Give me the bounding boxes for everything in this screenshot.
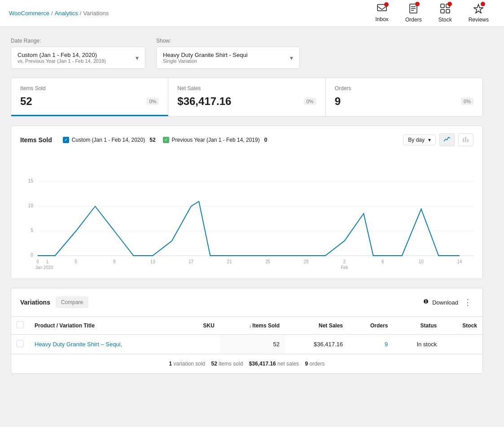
stock-badge: [447, 2, 452, 6]
by-day-select[interactable]: By day ▾: [403, 135, 436, 145]
line-chart-button[interactable]: [439, 133, 455, 146]
reviews-nav-button[interactable]: Reviews: [462, 0, 495, 26]
breadcrumb-analytics[interactable]: Analytics: [55, 10, 78, 17]
net-sales-cell: $36,417.16: [285, 335, 348, 354]
legend-current-count: 52: [149, 137, 155, 143]
orders-value: 9: [335, 95, 341, 108]
svg-text:29: 29: [304, 259, 309, 264]
svg-text:21: 21: [227, 259, 232, 264]
show-select[interactable]: Heavy Duty Granite Shirt - Sequi Single …: [156, 47, 300, 69]
svg-rect-11: [467, 139, 469, 142]
inbox-icon: [377, 4, 387, 15]
breadcrumb: WooCommerce / Analytics / Variations: [9, 10, 109, 17]
date-range-label: Date Range:: [11, 38, 145, 44]
stock-cell: [442, 335, 482, 354]
product-link[interactable]: Heavy Duty Granite Shirt – Sequi,: [35, 341, 122, 348]
inbox-nav-button[interactable]: Inbox: [368, 0, 395, 26]
breadcrumb-current: Variations: [83, 10, 109, 17]
select-all-header: [11, 317, 29, 335]
legend-current-checkbox[interactable]: ✓: [63, 137, 69, 143]
items-sold-value: 52: [20, 95, 32, 108]
stock-nav-button[interactable]: Stock: [432, 0, 459, 26]
chevron-down-icon: ▾: [136, 54, 139, 61]
orders-icon: [409, 4, 418, 16]
svg-text:25: 25: [265, 259, 270, 264]
select-all-checkbox[interactable]: [17, 321, 24, 328]
net-sales-badge: 0%: [304, 98, 316, 105]
compare-button[interactable]: Compare: [56, 296, 88, 308]
net-sales-card[interactable]: Net Sales $36,417.16 0%: [168, 78, 325, 116]
download-label: Download: [432, 299, 458, 306]
footer-items-text: items sold: [219, 361, 243, 367]
reviews-badge: [481, 2, 485, 6]
filters-section: Date Range: Custom (Jan 1 - Feb 14, 2020…: [11, 38, 483, 69]
svg-text:1: 1: [46, 259, 48, 264]
items-sold-header[interactable]: ↓Items Sold: [220, 317, 285, 335]
svg-text:14: 14: [457, 259, 462, 264]
sku-cell: [185, 335, 220, 354]
orders-label: Orders: [335, 85, 473, 92]
orders-card[interactable]: Orders 9 0%: [326, 78, 482, 116]
inbox-badge: [384, 2, 389, 7]
date-range-filter: Date Range: Custom (Jan 1 - Feb 14, 2020…: [11, 38, 145, 69]
download-icon: [422, 299, 429, 306]
row-checkbox[interactable]: [17, 340, 24, 347]
stock-label: Stock: [438, 17, 452, 23]
table-footer: 1 variation sold 52 items sold $36,417.1…: [11, 354, 482, 373]
orders-header: Orders: [348, 317, 393, 335]
footer-orders: 9: [305, 361, 308, 367]
show-value: Heavy Duty Granite Shirt - Sequi: [163, 52, 248, 58]
svg-text:13: 13: [150, 259, 155, 264]
download-button[interactable]: Download: [422, 299, 458, 306]
status-cell: In stock: [393, 335, 442, 354]
svg-text:10: 10: [419, 259, 424, 264]
reviews-icon: [473, 4, 483, 16]
top-navigation: Inbox Orders: [368, 0, 495, 26]
by-day-chevron-icon: ▾: [428, 137, 431, 143]
svg-text:15: 15: [28, 178, 33, 183]
items-sold-card[interactable]: Items Sold 52 0%: [11, 78, 168, 116]
date-range-select[interactable]: Custom (Jan 1 - Feb 14, 2020) vs. Previo…: [11, 47, 145, 69]
bar-chart-icon: [462, 135, 469, 143]
items-sold-label: Items Sold: [20, 85, 159, 92]
orders-nav-button[interactable]: Orders: [399, 0, 428, 26]
product-cell: Heavy Duty Granite Shirt – Sequi,: [29, 335, 185, 354]
svg-rect-8: [446, 9, 450, 13]
chart-container: 0 5 10 15 0 1 5: [20, 153, 473, 271]
orders-badge: [415, 2, 420, 6]
date-range-sub: vs. Previous Year (Jan 1 - Feb 14, 2019): [18, 58, 106, 64]
breadcrumb-woocommerce[interactable]: WooCommerce: [9, 10, 49, 17]
orders-link[interactable]: 9: [385, 341, 388, 348]
line-chart-icon: [443, 135, 451, 143]
footer-net-text: net sales: [277, 361, 299, 367]
legend-previous-count: 0: [264, 137, 267, 143]
svg-rect-5: [441, 4, 444, 8]
svg-text:6: 6: [381, 259, 384, 264]
svg-rect-10: [465, 137, 466, 142]
net-sales-header: Net Sales: [285, 317, 348, 335]
bar-chart-button[interactable]: [458, 133, 473, 146]
svg-rect-7: [441, 9, 444, 13]
summary-cards: Items Sold 52 0% Net Sales $36,417.16 0%…: [11, 78, 483, 117]
by-day-label: By day: [408, 137, 425, 143]
svg-rect-9: [463, 138, 464, 142]
show-label: Show:: [156, 38, 300, 44]
line-chart-svg: 0 5 10 15 0 1 5: [20, 153, 473, 270]
show-filter: Show: Heavy Duty Granite Shirt - Sequi S…: [156, 38, 300, 69]
legend-previous: ✓ Previous Year (Jan 1 - Feb 14, 2019) 0: [163, 137, 267, 143]
svg-text:10: 10: [28, 203, 33, 208]
legend-previous-checkbox[interactable]: ✓: [163, 137, 169, 143]
status-header: Status: [393, 317, 442, 335]
inbox-label: Inbox: [375, 16, 388, 22]
stock-icon: [440, 4, 450, 16]
net-sales-value: $36,417.16: [177, 95, 231, 108]
table-row: Heavy Duty Granite Shirt – Sequi, 52 $36…: [11, 335, 482, 354]
svg-text:Jan 2020: Jan 2020: [35, 265, 53, 270]
reviews-label: Reviews: [469, 17, 489, 23]
more-options-button[interactable]: ⋮: [462, 296, 473, 309]
legend-current-label: Custom (Jan 1 - Feb 14, 2020): [72, 137, 145, 143]
svg-text:17: 17: [188, 259, 193, 264]
date-range-value: Custom (Jan 1 - Feb 14, 2020): [18, 52, 106, 58]
table-section: Variations Compare Download ⋮: [11, 288, 483, 374]
orders-label: Orders: [405, 17, 422, 23]
